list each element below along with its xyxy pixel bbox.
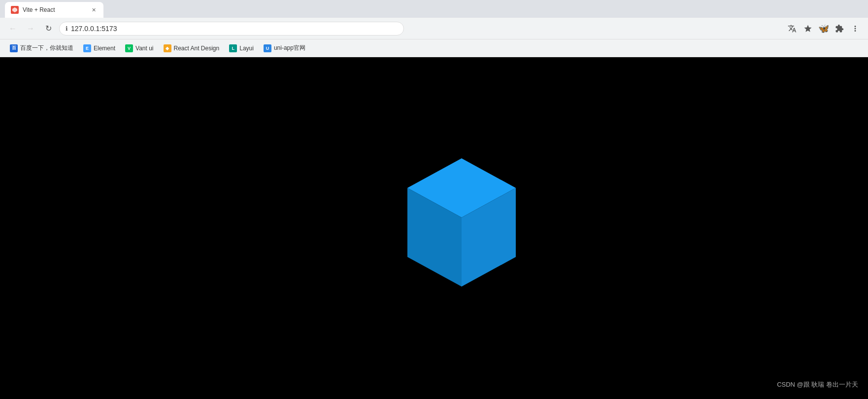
- bookmark-label: 百度一下，你就知道: [20, 44, 73, 52]
- butterfly-button[interactable]: 🦋: [817, 22, 831, 36]
- menu-button[interactable]: [848, 22, 862, 36]
- tab-close-button[interactable]: ✕: [90, 6, 98, 14]
- bookmark-label: React Ant Design: [174, 45, 220, 52]
- watermark-text: CSDN @跟 耿瑞 卷出一片天: [777, 381, 858, 388]
- bookmark-star-button[interactable]: [801, 22, 815, 36]
- bookmark-label: uni-app官网: [274, 44, 305, 52]
- address-input[interactable]: [71, 25, 398, 33]
- tab-title: Vite + React: [23, 6, 86, 13]
- bookmark-favicon: U: [264, 44, 271, 52]
- page-content: CSDN @跟 耿瑞 卷出一片天: [0, 57, 868, 399]
- extensions-button[interactable]: [833, 22, 846, 36]
- bookmark-favicon: L: [229, 44, 237, 52]
- bookmark-favicon: ◆: [164, 44, 171, 52]
- active-tab[interactable]: Vite + React ✕: [5, 2, 103, 18]
- bookmark-layui[interactable]: LLayui: [225, 42, 258, 54]
- watermark: CSDN @跟 耿瑞 卷出一片天: [777, 380, 858, 389]
- bookmark-baidu[interactable]: 百百度一下，你就知道: [6, 42, 77, 54]
- svg-marker-0: [12, 7, 17, 12]
- bookmark-vant[interactable]: VVant ui: [121, 42, 157, 54]
- bookmark-favicon: V: [125, 44, 133, 52]
- 3d-cube: [393, 148, 531, 306]
- bookmark-label: Element: [94, 45, 115, 52]
- translate-icon-button[interactable]: [785, 22, 799, 36]
- back-button[interactable]: ←: [6, 22, 20, 36]
- bookmark-uniapp[interactable]: Uuni-app官网: [260, 42, 309, 54]
- bookmarks-bar: 百百度一下，你就知道EElementVVant ui◆React Ant Des…: [0, 39, 868, 57]
- bookmark-favicon: 百: [10, 44, 18, 52]
- tab-favicon: [11, 6, 19, 14]
- security-icon: ℹ: [66, 25, 68, 32]
- address-bar[interactable]: ℹ: [59, 22, 404, 36]
- cube-container: [393, 148, 531, 308]
- bookmark-react-ant[interactable]: ◆React Ant Design: [160, 42, 224, 54]
- bookmark-label: Vant ui: [135, 45, 153, 52]
- bookmark-favicon: E: [83, 44, 91, 52]
- bookmark-label: Layui: [239, 45, 254, 52]
- tab-bar: Vite + React ✕: [0, 0, 868, 18]
- forward-button[interactable]: →: [24, 22, 37, 36]
- toolbar: ← → ↻ ℹ 🦋: [0, 18, 868, 39]
- browser-window: Vite + React ✕ ← → ↻ ℹ 🦋: [0, 0, 868, 399]
- reload-button[interactable]: ↻: [41, 22, 55, 36]
- bookmark-element[interactable]: EElement: [79, 42, 119, 54]
- toolbar-right: 🦋: [785, 22, 862, 36]
